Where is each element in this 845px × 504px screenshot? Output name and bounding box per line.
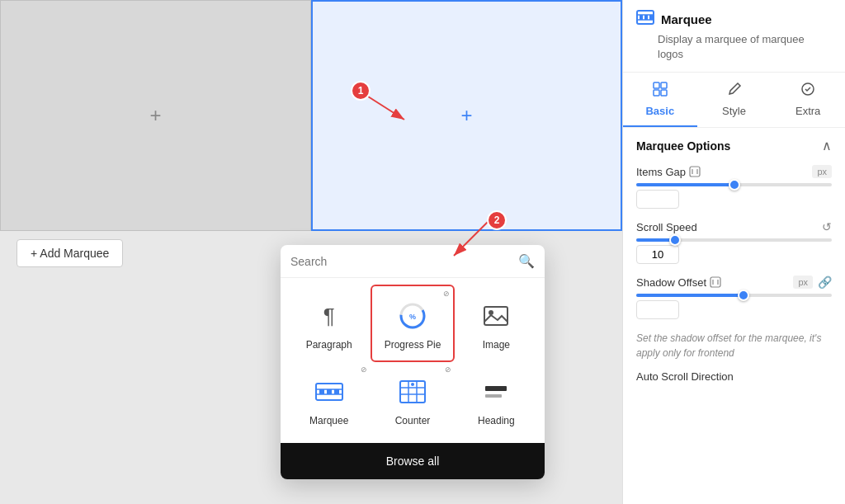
marquee-info: Marquee Display a marquee of marquee log… bbox=[623, 0, 845, 73]
widget-label-image: Image bbox=[483, 339, 510, 351]
svg-rect-10 bbox=[319, 389, 324, 394]
svg-rect-20 bbox=[485, 394, 502, 398]
browse-all-button[interactable]: Browse all bbox=[281, 443, 545, 479]
collapse-icon[interactable]: ∧ bbox=[822, 138, 832, 153]
svg-rect-12 bbox=[334, 389, 339, 394]
widget-picker: 🔍 ¶ Paragraph ⊘ % Progress Pie bbox=[281, 245, 545, 479]
scroll-speed-input[interactable]: 10 bbox=[636, 245, 679, 264]
options-title: Marquee Options bbox=[636, 139, 730, 153]
marquee-title: Marquee bbox=[661, 12, 712, 26]
svg-rect-19 bbox=[485, 386, 507, 391]
sidebar-tabs: Basic Style Extra bbox=[623, 73, 845, 128]
widget-label-paragraph: Paragraph bbox=[306, 339, 352, 351]
svg-rect-11 bbox=[327, 389, 332, 394]
tab-extra-label: Extra bbox=[795, 105, 820, 117]
tab-extra[interactable]: Extra bbox=[771, 73, 845, 127]
shadow-offset-unit: px bbox=[793, 276, 813, 289]
items-gap-option: Items Gap px bbox=[636, 165, 832, 209]
svg-rect-31 bbox=[654, 90, 659, 96]
marquee-header-icon bbox=[636, 10, 654, 29]
search-bar: 🔍 bbox=[281, 245, 545, 278]
svg-point-18 bbox=[411, 383, 414, 386]
scroll-speed-label: Scroll Speed bbox=[636, 221, 697, 233]
items-gap-input[interactable] bbox=[636, 190, 679, 209]
widget-label-progress-pie: Progress Pie bbox=[385, 339, 441, 351]
svg-rect-28 bbox=[649, 15, 653, 20]
widget-item-image[interactable]: Image bbox=[455, 285, 538, 362]
shadow-offset-label: Shadow Offset bbox=[636, 276, 721, 289]
extra-tab-icon bbox=[800, 81, 816, 101]
svg-rect-37 bbox=[710, 277, 720, 287]
scroll-speed-refresh-icon[interactable]: ↺ bbox=[822, 220, 832, 233]
items-gap-label: Items Gap bbox=[636, 166, 701, 178]
tab-style-label: Style bbox=[722, 105, 746, 117]
shadow-offset-option: Shadow Offset px 🔗 bbox=[636, 276, 832, 319]
items-gap-unit: px bbox=[812, 165, 832, 178]
svg-rect-29 bbox=[654, 82, 659, 88]
annotation-1: 1 bbox=[351, 81, 371, 101]
pro-badge-counter: ⊘ bbox=[445, 365, 451, 374]
counter-icon bbox=[396, 375, 429, 408]
shadow-offset-note: Set the shadow offset for the marquee, i… bbox=[636, 331, 832, 360]
widget-item-heading[interactable]: Heading bbox=[455, 362, 538, 436]
marquee-icon bbox=[313, 375, 346, 408]
canvas-cell-left[interactable]: + bbox=[0, 0, 311, 231]
widget-grid: ¶ Paragraph ⊘ % Progress Pie bbox=[281, 278, 545, 443]
search-input[interactable] bbox=[290, 255, 512, 268]
style-tab-icon bbox=[726, 81, 743, 101]
add-marquee-label: + Add Marquee bbox=[31, 247, 109, 260]
pro-badge-progress-pie: ⊘ bbox=[443, 290, 450, 298]
search-icon: 🔍 bbox=[518, 253, 535, 269]
widget-label-counter: Counter bbox=[395, 415, 431, 426]
shadow-offset-slider[interactable] bbox=[636, 294, 832, 297]
widget-item-paragraph[interactable]: ¶ Paragraph bbox=[287, 285, 371, 362]
canvas-grid: + + bbox=[0, 0, 622, 231]
basic-tab-icon bbox=[652, 81, 668, 101]
svg-rect-32 bbox=[661, 90, 667, 96]
scroll-speed-slider[interactable] bbox=[636, 238, 832, 242]
tab-style[interactable]: Style bbox=[697, 73, 772, 127]
shadow-offset-link-icon[interactable]: 🔗 bbox=[818, 276, 832, 289]
items-gap-icon bbox=[689, 166, 701, 177]
tab-basic[interactable]: Basic bbox=[623, 73, 697, 127]
svg-rect-34 bbox=[690, 167, 700, 177]
add-marquee-button[interactable]: + Add Marquee bbox=[17, 239, 123, 267]
image-icon bbox=[479, 299, 512, 332]
svg-rect-26 bbox=[640, 15, 643, 20]
options-panel: Marquee Options ∧ Items Gap px bbox=[623, 128, 845, 393]
right-sidebar: Marquee Display a marquee of marquee log… bbox=[622, 0, 845, 504]
widget-label-heading: Heading bbox=[478, 415, 515, 426]
items-gap-slider[interactable] bbox=[636, 183, 832, 186]
svg-rect-27 bbox=[644, 15, 648, 20]
widget-label-marquee: Marquee bbox=[309, 415, 348, 426]
widget-item-progress-pie[interactable]: ⊘ % Progress Pie bbox=[371, 285, 454, 362]
svg-rect-5 bbox=[484, 307, 507, 325]
tab-basic-label: Basic bbox=[645, 105, 674, 117]
paragraph-icon: ¶ bbox=[313, 299, 346, 332]
marquee-description: Display a marquee of marquee logos bbox=[658, 32, 832, 62]
scroll-speed-option: Scroll Speed ↺ 10 bbox=[636, 220, 832, 264]
canvas-area: + + 1 + Add Marquee 🔍 ¶ bbox=[0, 0, 622, 504]
auto-scroll-label: Auto Scroll Direction bbox=[636, 370, 832, 383]
add-marquee-bar: + Add Marquee bbox=[17, 239, 123, 267]
progress-pie-icon: % bbox=[396, 299, 429, 332]
widget-item-counter[interactable]: ⊘ Counter bbox=[371, 362, 454, 436]
pro-badge-marquee: ⊘ bbox=[361, 365, 367, 374]
widget-item-marquee[interactable]: ⊘ Marquee bbox=[287, 362, 371, 436]
canvas-cell-right[interactable]: + bbox=[311, 0, 622, 231]
svg-text:%: % bbox=[409, 313, 416, 321]
annotation-2: 2 bbox=[487, 210, 507, 230]
heading-icon bbox=[479, 375, 512, 408]
shadow-offset-icon bbox=[710, 276, 721, 288]
svg-rect-30 bbox=[661, 82, 667, 88]
shadow-offset-input[interactable] bbox=[636, 300, 679, 319]
add-icon-left: + bbox=[149, 104, 161, 127]
add-icon-right: + bbox=[460, 104, 472, 127]
